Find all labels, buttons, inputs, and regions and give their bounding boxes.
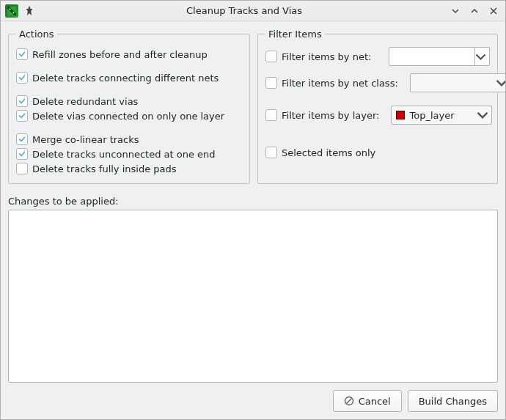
- action-checkbox[interactable]: [16, 110, 28, 122]
- filter-by-net-class-combo[interactable]: [410, 73, 506, 92]
- filter-legend: Filter Items: [265, 29, 325, 40]
- action-checkbox[interactable]: [16, 72, 28, 84]
- actions-fieldset: Actions Refill zones before and after cl…: [8, 29, 250, 184]
- action-label: Delete redundant vias: [32, 96, 138, 107]
- chevron-down-icon: [474, 48, 486, 65]
- filter-by-layer-combo[interactable]: Top_layer: [391, 106, 492, 125]
- close-button[interactable]: [486, 4, 501, 18]
- action-label: Delete tracks unconnected at one end: [32, 149, 216, 160]
- svg-line-1: [346, 399, 351, 404]
- chevron-down-icon: [496, 74, 506, 92]
- maximize-button[interactable]: [467, 4, 482, 18]
- actions-legend: Actions: [16, 29, 57, 40]
- filter-by-net-label: Filter items by net:: [282, 51, 371, 62]
- action-checkbox[interactable]: [16, 148, 28, 160]
- filter-by-net-checkbox[interactable]: [265, 51, 277, 62]
- chevron-down-icon: [477, 106, 488, 124]
- filter-by-layer-label: Filter items by layer:: [282, 110, 379, 121]
- pin-icon[interactable]: [23, 4, 36, 18]
- filter-by-net-class-label: Filter items by net class:: [282, 78, 398, 89]
- filter-by-net-combo[interactable]: [389, 47, 490, 66]
- build-changes-button[interactable]: Build Changes: [408, 390, 498, 412]
- changes-label: Changes to be applied:: [8, 196, 498, 207]
- action-checkbox[interactable]: [16, 133, 28, 145]
- action-label: Delete tracks fully inside pads: [32, 163, 177, 174]
- action-checkbox[interactable]: [16, 163, 28, 174]
- filter-by-layer-checkbox[interactable]: [265, 109, 277, 121]
- filter-by-net-class-checkbox[interactable]: [265, 77, 277, 89]
- titlebar: Cleanup Tracks and Vias: [1, 1, 505, 21]
- filter-fieldset: Filter Items Filter items by net: F: [257, 29, 498, 184]
- cancel-button[interactable]: Cancel: [333, 390, 402, 412]
- action-label: Delete tracks connecting different nets: [32, 73, 219, 84]
- selected-items-only-label: Selected items only: [282, 147, 375, 158]
- cancel-icon: [344, 396, 354, 406]
- window-title: Cleanup Tracks and Vias: [40, 5, 448, 16]
- minimize-button[interactable]: [448, 4, 463, 18]
- action-label: Delete vias connected on only one layer: [32, 111, 224, 122]
- layer-swatch: [396, 111, 405, 119]
- action-label: Merge co-linear tracks: [32, 134, 139, 145]
- app-icon: [5, 4, 18, 18]
- action-label: Refill zones before and after cleanup: [32, 49, 208, 60]
- action-checkbox[interactable]: [16, 95, 28, 107]
- changes-list[interactable]: [8, 210, 498, 383]
- action-checkbox[interactable]: [16, 48, 28, 60]
- selected-items-only-checkbox[interactable]: [265, 147, 277, 158]
